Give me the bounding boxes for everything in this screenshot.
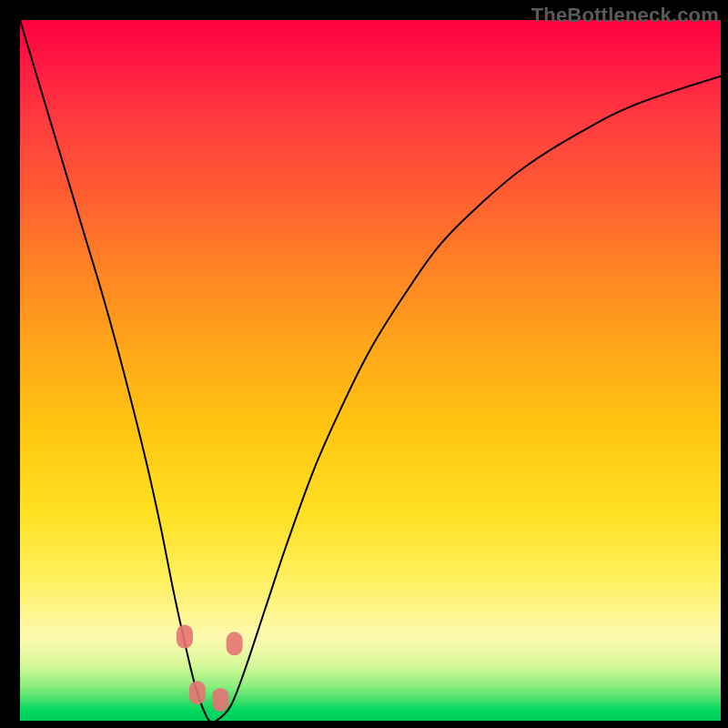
chart-frame: TheBottleneck.com <box>0 0 728 728</box>
curve-marker <box>212 688 228 712</box>
plot-area <box>20 20 721 721</box>
curve-marker <box>189 681 206 704</box>
curve-marker <box>227 632 243 655</box>
curve-marker <box>177 625 193 649</box>
watermark-text: TheBottleneck.com <box>531 4 719 27</box>
bottleneck-curve-svg <box>20 20 721 721</box>
marker-group <box>177 625 243 712</box>
bottleneck-curve <box>20 20 721 721</box>
